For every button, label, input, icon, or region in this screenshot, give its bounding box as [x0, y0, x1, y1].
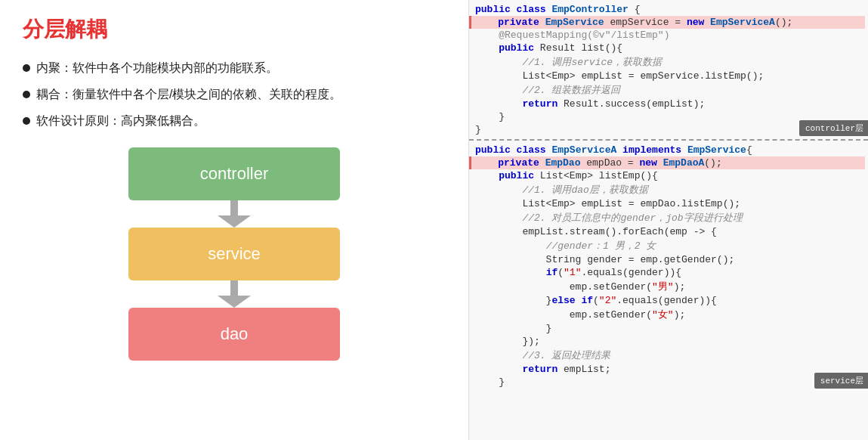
service-code-section: public class EmpServiceA implements EmpS… — [469, 141, 868, 392]
service-layer-box: service — [128, 228, 340, 280]
code-line: } — [472, 322, 862, 335]
code-line: //3. 返回处理结果 — [472, 348, 862, 363]
code-line: empList.stream().forEach(emp -> { — [472, 225, 862, 238]
page-title: 分层解耦 — [23, 15, 446, 44]
bullet-dot — [23, 117, 30, 125]
bullet-dot — [23, 91, 30, 98]
code-line: //gender：1 男，2 女 — [472, 238, 862, 253]
code-line: public List<Emp> listEmp(){ — [472, 169, 862, 182]
code-line: @RequestMapping(©v"/listEmp") — [472, 29, 862, 42]
code-line: emp.setGender("女"); — [472, 307, 862, 322]
service-layer-badge: service层 — [814, 373, 868, 389]
service-code-block: public class EmpServiceA implements EmpS… — [472, 144, 862, 389]
code-line: //2. 对员工信息中的gender，job字段进行处理 — [472, 210, 862, 225]
code-line: }); — [472, 335, 862, 348]
code-line: }else if("2".equals(gender)){ — [472, 294, 862, 307]
bullet-dot — [23, 64, 30, 72]
svg-marker-3 — [218, 296, 251, 308]
list-item: 内聚：软件中各个功能模块内部的功能联系。 — [23, 60, 446, 76]
code-line: //1. 调用service，获取数据 — [472, 54, 862, 70]
svg-rect-2 — [230, 280, 238, 296]
controller-code-section: public class EmpController { private Emp… — [469, 0, 868, 141]
code-line: return empList; — [472, 363, 862, 376]
bullet-text-1: 内聚：软件中各个功能模块内部的功能联系。 — [36, 60, 278, 76]
arrow-down-2 — [218, 280, 251, 308]
layer-diagram: controller service dao — [23, 147, 446, 361]
controller-layer-label: controller — [200, 164, 268, 184]
bullet-list: 内聚：软件中各个功能模块内部的功能联系。 耦合：衡量软件中各个层/模块之间的依赖… — [23, 60, 446, 129]
controller-code-block: public class EmpController { private Emp… — [472, 3, 862, 136]
code-line: emp.setGender("男"); — [472, 279, 862, 294]
bullet-text-3: 软件设计原则：高内聚低耦合。 — [36, 113, 205, 129]
code-line: public class EmpController { — [472, 3, 862, 16]
service-layer-label: service — [208, 244, 261, 264]
svg-marker-1 — [218, 215, 251, 228]
svg-rect-0 — [230, 200, 238, 215]
code-line: } — [472, 376, 862, 389]
code-line: List<Emp> empList = empDao.listEmp(); — [472, 197, 862, 210]
list-item: 耦合：衡量软件中各个层/模块之间的依赖、关联的程度。 — [23, 87, 446, 103]
code-line-highlight: private EmpService empService = new EmpS… — [469, 16, 865, 29]
code-line: public Result list(){ — [472, 42, 862, 54]
code-line: public class EmpServiceA implements EmpS… — [472, 144, 862, 156]
code-line: if("1".equals(gender)){ — [472, 266, 862, 279]
code-line: String gender = emp.getGender(); — [472, 253, 862, 266]
dao-layer-box: dao — [128, 308, 340, 361]
code-line: List<Emp> empList = empService.listEmp()… — [472, 70, 862, 82]
dao-layer-label: dao — [221, 324, 249, 344]
right-panel: public class EmpController { private Emp… — [468, 0, 868, 440]
code-line: return Result.success(empList); — [472, 98, 862, 110]
list-item: 软件设计原则：高内聚低耦合。 — [23, 113, 446, 129]
left-panel: 分层解耦 内聚：软件中各个功能模块内部的功能联系。 耦合：衡量软件中各个层/模块… — [0, 0, 468, 440]
arrow-down-1 — [218, 200, 251, 228]
controller-layer-badge: controller层 — [799, 120, 868, 136]
code-line: //1. 调用dao层，获取数据 — [472, 182, 862, 197]
bullet-text-2: 耦合：衡量软件中各个层/模块之间的依赖、关联的程度。 — [36, 87, 341, 103]
code-line-highlight: private EmpDao empDao = new EmpDaoA(); — [469, 156, 865, 169]
code-line: //2. 组装数据并返回 — [472, 82, 862, 98]
controller-layer-box: controller — [128, 147, 340, 200]
